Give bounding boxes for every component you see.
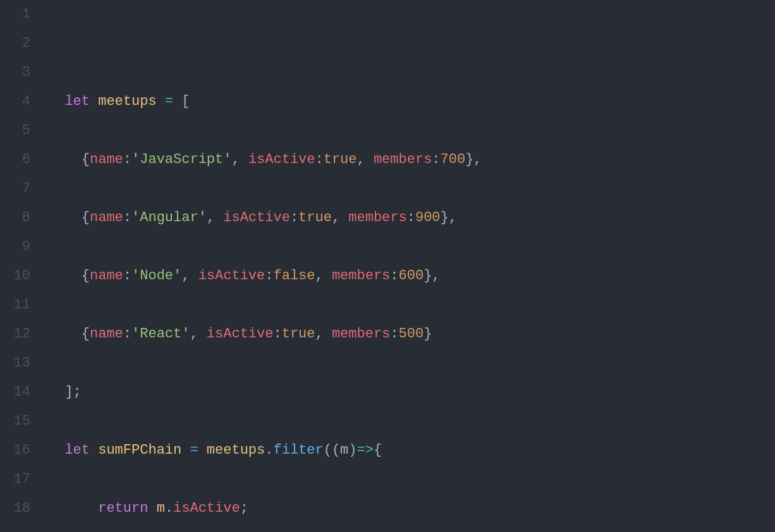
number-literal: 900 — [415, 210, 441, 226]
line-number: 16 — [0, 436, 30, 465]
colon: : — [123, 210, 131, 226]
line-number: 10 — [0, 262, 30, 291]
colon: : — [407, 210, 415, 226]
code-area[interactable]: let meetups = [ {name:'JavaScript', isAc… — [39, 0, 482, 532]
method-filter: filter — [273, 442, 323, 458]
brace-open: { — [82, 152, 90, 167]
paren-open: ( — [332, 442, 340, 458]
number-literal: 600 — [399, 268, 424, 284]
colon: : — [273, 326, 281, 342]
line-number: 5 — [0, 116, 30, 145]
code-editor[interactable]: 1 2 3 4 5 6 7 8 9 10 11 12 13 14 15 16 1… — [0, 0, 775, 532]
line-number: 12 — [0, 320, 30, 349]
property-isactive: isActive — [207, 326, 274, 342]
code-line[interactable]: ]; — [48, 378, 482, 407]
bracket-close: ] — [64, 384, 73, 400]
code-line[interactable]: {name:'JavaScript', isActive:true, membe… — [48, 145, 482, 174]
line-number: 4 — [0, 87, 30, 116]
line-number: 14 — [0, 378, 30, 407]
boolean-literal: true — [298, 210, 332, 226]
code-line[interactable]: let sumFPChain = meetups.filter((m)=>{ — [48, 436, 482, 465]
comma: , — [181, 268, 190, 284]
comma: , — [207, 210, 215, 226]
property-name: name — [90, 210, 123, 226]
colon: : — [123, 326, 131, 342]
number-literal: 700 — [441, 152, 466, 167]
colon: : — [390, 326, 398, 342]
keyword-let: let — [64, 442, 90, 458]
string-literal: 'Node' — [131, 268, 181, 284]
string-literal: 'Angular' — [131, 210, 207, 226]
property-name: name — [90, 152, 123, 167]
code-line[interactable]: {name:'Angular', isActive:true, members:… — [48, 203, 482, 233]
brace-close: } — [441, 210, 449, 226]
property-isactive: isActive — [173, 500, 240, 516]
paren-open: ( — [324, 442, 332, 458]
code-line[interactable]: {name:'Node', isActive:false, members:60… — [48, 262, 482, 291]
comma: , — [357, 152, 365, 167]
identifier-sumfpchain: sumFPChain — [98, 442, 181, 458]
line-number-gutter: 1 2 3 4 5 6 7 8 9 10 11 12 13 14 15 16 1… — [0, 0, 39, 532]
paren-close: ) — [348, 442, 357, 458]
string-literal: 'JavaScript' — [131, 152, 231, 167]
line-number: 3 — [0, 58, 30, 87]
colon: : — [315, 152, 324, 167]
property-name: name — [90, 326, 123, 342]
keyword-return: return — [98, 500, 148, 516]
colon: : — [265, 268, 273, 284]
line-number: 6 — [0, 145, 30, 174]
operator-assign: = — [165, 94, 173, 109]
comma: , — [449, 210, 457, 226]
brace-close: } — [424, 326, 432, 342]
code-line[interactable]: let meetups = [ — [48, 87, 482, 116]
code-line[interactable] — [48, 29, 482, 58]
line-number: 9 — [0, 233, 30, 262]
dot: . — [165, 500, 173, 516]
brace-close: } — [465, 152, 473, 167]
code-line[interactable]: return m.isActive; — [48, 494, 482, 523]
line-number: 7 — [0, 174, 30, 203]
colon: : — [290, 210, 298, 226]
brace-open: { — [82, 210, 90, 226]
boolean-literal: true — [282, 326, 315, 342]
property-isactive: isActive — [198, 268, 265, 284]
semicolon: ; — [73, 384, 82, 400]
code-line[interactable]: {name:'React', isActive:true, members:50… — [48, 320, 482, 349]
comma: , — [190, 326, 198, 342]
brace-open: { — [374, 442, 382, 458]
property-isactive: isActive — [248, 152, 315, 167]
line-number: 13 — [0, 349, 30, 378]
comma: , — [432, 268, 440, 284]
number-literal: 500 — [399, 326, 424, 342]
identifier-meetups: meetups — [207, 442, 265, 458]
property-members: members — [332, 326, 390, 342]
comma: , — [315, 268, 324, 284]
brace-close: } — [424, 268, 432, 284]
semicolon: ; — [240, 500, 248, 516]
brace-open: { — [82, 326, 90, 342]
comma: , — [473, 152, 482, 167]
property-members: members — [348, 210, 406, 226]
line-number: 15 — [0, 407, 30, 436]
boolean-literal: false — [273, 268, 315, 284]
dot: . — [265, 442, 273, 458]
identifier-m: m — [157, 500, 165, 516]
line-number: 8 — [0, 203, 30, 233]
property-members: members — [332, 268, 390, 284]
colon: : — [432, 152, 440, 167]
property-name: name — [90, 268, 123, 284]
colon: : — [390, 268, 398, 284]
line-number: 1 — [0, 0, 30, 29]
colon: : — [123, 268, 131, 284]
line-number: 2 — [0, 29, 30, 58]
property-members: members — [374, 152, 432, 167]
line-number: 18 — [0, 494, 30, 523]
comma: , — [315, 326, 324, 342]
keyword-let: let — [64, 94, 90, 109]
arrow: => — [357, 442, 374, 458]
string-literal: 'React' — [131, 326, 190, 342]
boolean-literal: true — [324, 152, 357, 167]
brace-open: { — [82, 268, 90, 284]
line-number: 17 — [0, 465, 30, 494]
param-m: m — [340, 442, 348, 458]
